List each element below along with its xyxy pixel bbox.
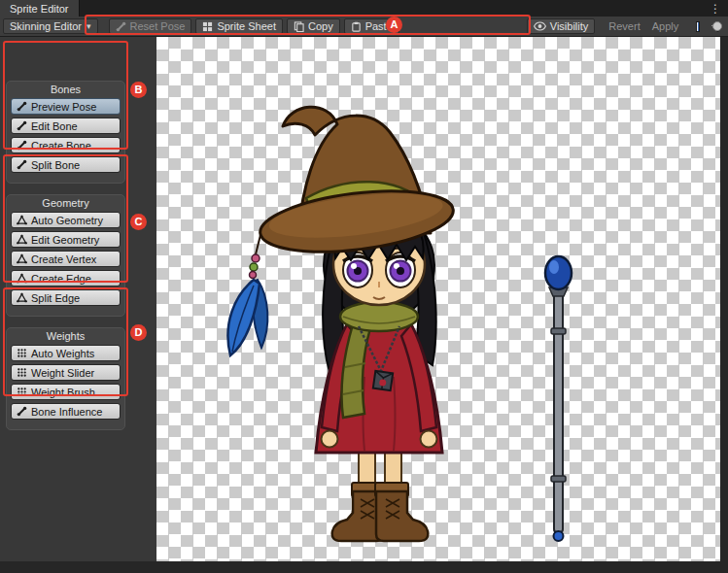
toolbar: Skinning Editor ▾ Reset Pose Sprite Shee…: [0, 17, 728, 37]
weight-brush-button[interactable]: Weight Brush: [11, 384, 121, 400]
sprite-canvas[interactable]: [156, 37, 720, 561]
edit-bone-label: Edit Bone: [31, 120, 78, 132]
skinning-editor-dropdown[interactable]: Skinning Editor ▾: [3, 18, 98, 34]
visibility-eye-icon: [534, 21, 546, 31]
apply-label: Apply: [652, 20, 679, 32]
weight-slider-icon: [17, 367, 27, 378]
titlebar: Sprite Editor ⋮: [0, 0, 728, 17]
chevron-down-icon: ▾: [87, 21, 91, 31]
opacity-slider-knob[interactable]: [712, 21, 722, 31]
canvas-art: [156, 37, 720, 561]
create-edge-label: Create Edge: [31, 273, 91, 285]
create-bone-icon: [17, 140, 27, 151]
split-bone-button[interactable]: Split Bone: [11, 156, 121, 173]
sprite-sheet-icon: [202, 21, 213, 32]
geometry-panel: Geometry Auto Geometry Edit Geometry Cre…: [6, 194, 125, 317]
sprite-editor-title: Sprite Editor: [10, 3, 69, 15]
reset-pose-label: Reset Pose: [130, 20, 186, 32]
auto-geometry-icon: [17, 215, 27, 225]
create-bone-button[interactable]: Create Bone: [11, 137, 121, 153]
geometry-panel-title: Geometry: [7, 195, 124, 209]
copy-icon: [294, 21, 304, 32]
weight-brush-label: Weight Brush: [31, 387, 95, 398]
weights-panel-title: Weights: [7, 328, 124, 342]
preview-pose-icon: [17, 101, 27, 112]
tool-sidebar: Bones Preview Pose Edit Bone Create Bone…: [0, 37, 156, 561]
auto-geometry-label: Auto Geometry: [31, 215, 103, 226]
edit-geometry-button[interactable]: Edit Geometry: [11, 231, 121, 248]
reset-pose-button[interactable]: Reset Pose: [109, 18, 192, 34]
staff-sprite[interactable]: [545, 256, 572, 541]
tab-sprite-editor[interactable]: Sprite Editor: [0, 0, 80, 17]
create-vertex-label: Create Vertex: [31, 253, 96, 265]
auto-weights-label: Auto Weights: [31, 348, 94, 359]
create-edge-icon: [17, 273, 27, 284]
revert-button[interactable]: Revert: [605, 20, 643, 32]
create-edge-button[interactable]: Create Edge: [11, 270, 121, 286]
edit-geometry-label: Edit Geometry: [31, 234, 99, 246]
paste-label: Paste: [365, 20, 393, 32]
paste-button[interactable]: Paste: [344, 18, 399, 34]
copy-button[interactable]: Copy: [287, 18, 340, 34]
paste-icon: [351, 21, 362, 32]
create-vertex-icon: [17, 253, 27, 264]
preview-pose-label: Preview Pose: [31, 101, 96, 113]
edit-bone-button[interactable]: Edit Bone: [11, 118, 121, 134]
character-sprite[interactable]: [227, 107, 456, 541]
edit-geometry-icon: [17, 234, 27, 245]
bones-panel-title: Bones: [7, 82, 124, 95]
skinning-editor-label: Skinning Editor: [10, 20, 82, 32]
preview-color-swatch[interactable]: [696, 21, 699, 32]
sprite-sheet-button[interactable]: Sprite Sheet: [195, 18, 283, 34]
apply-button[interactable]: Apply: [648, 20, 683, 32]
revert-label: Revert: [608, 20, 640, 32]
preview-pose-button[interactable]: Preview Pose: [11, 98, 121, 115]
create-bone-label: Create Bone: [31, 140, 91, 152]
weights-panel: Weights Auto Weights Weight Slider Weigh…: [6, 327, 125, 430]
weight-slider-label: Weight Slider: [31, 367, 94, 379]
reset-pose-icon: [116, 21, 126, 32]
opacity-slider[interactable]: [711, 20, 716, 32]
split-bone-icon: [17, 159, 27, 170]
split-bone-label: Split Bone: [31, 159, 80, 171]
kebab-menu-icon[interactable]: ⋮: [703, 2, 728, 16]
auto-weights-icon: [17, 348, 27, 358]
create-vertex-button[interactable]: Create Vertex: [11, 251, 121, 267]
bone-influence-button[interactable]: Bone Influence: [11, 403, 121, 420]
bone-influence-label: Bone Influence: [31, 406, 102, 418]
visibility-label: Visibility: [550, 20, 589, 32]
split-edge-icon: [17, 292, 27, 303]
weight-slider-button[interactable]: Weight Slider: [11, 364, 121, 381]
copy-label: Copy: [308, 20, 333, 32]
bones-panel: Bones Preview Pose Edit Bone Create Bone…: [6, 81, 125, 184]
visibility-button[interactable]: Visibility: [527, 18, 596, 34]
split-edge-button[interactable]: Split Edge: [11, 289, 121, 306]
sprite-editor-window: Sprite Editor ⋮ Skinning Editor ▾ Reset …: [0, 0, 728, 573]
weight-brush-icon: [17, 387, 27, 397]
bone-influence-icon: [17, 406, 27, 417]
split-edge-label: Split Edge: [31, 292, 80, 304]
auto-weights-button[interactable]: Auto Weights: [11, 345, 121, 361]
sprite-sheet-label: Sprite Sheet: [217, 20, 276, 32]
edit-bone-icon: [17, 120, 27, 131]
auto-geometry-button[interactable]: Auto Geometry: [11, 212, 121, 228]
